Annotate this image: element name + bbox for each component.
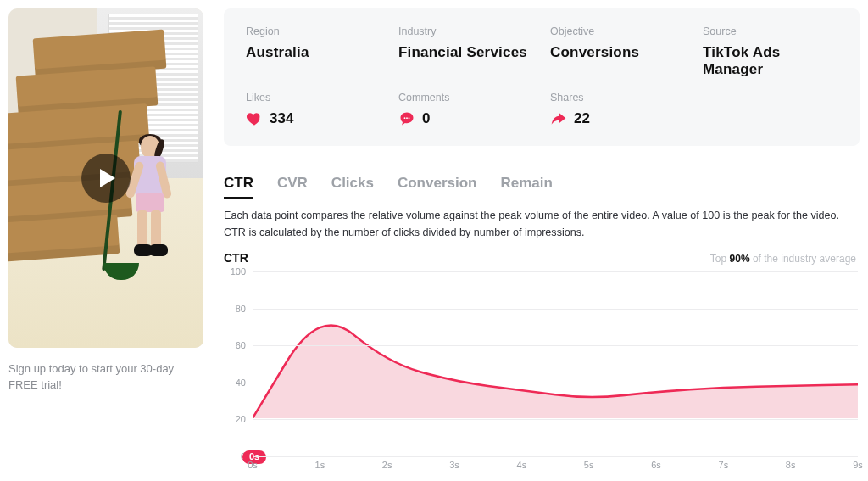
shares-label: Shares bbox=[550, 92, 686, 103]
shares-value: 22 bbox=[574, 110, 590, 127]
tab-cvr[interactable]: CVR bbox=[277, 175, 308, 199]
x-tick: 2s bbox=[382, 460, 392, 470]
svg-point-2 bbox=[409, 117, 410, 119]
chart-title: CTR bbox=[224, 251, 248, 265]
x-tick: 5s bbox=[584, 460, 594, 470]
chart-area bbox=[253, 325, 858, 418]
play-icon bbox=[98, 168, 117, 188]
tab-remain[interactable]: Remain bbox=[500, 175, 552, 199]
heart-icon bbox=[246, 110, 263, 127]
chart-benchmark-note: Top 90% of the industry average bbox=[710, 253, 856, 265]
info-card: Region Australia Industry Financial Serv… bbox=[224, 8, 860, 146]
x-tick: 0s bbox=[248, 460, 258, 470]
y-tick: 40 bbox=[236, 378, 246, 388]
y-tick: 60 bbox=[236, 340, 246, 350]
source-label: Source bbox=[703, 25, 837, 37]
video-caption: Sign up today to start your 30-day FREE … bbox=[8, 361, 203, 394]
comment-icon bbox=[398, 110, 415, 127]
x-tick: 4s bbox=[517, 460, 527, 470]
objective-label: Objective bbox=[550, 25, 686, 37]
likes-value: 334 bbox=[270, 110, 293, 127]
play-button[interactable] bbox=[81, 154, 131, 203]
x-tick: 1s bbox=[315, 460, 326, 470]
chart-description: Each data point compares the relative vo… bbox=[224, 208, 851, 241]
tab-conversion[interactable]: Conversion bbox=[398, 175, 477, 199]
metric-tabs: CTR CVR Clicks Conversion Remain bbox=[224, 175, 860, 199]
ctr-chart: 020406080100 0s 0s1s2s3s4s5s6s7s8s9s bbox=[224, 268, 860, 477]
y-tick: 20 bbox=[236, 414, 246, 424]
video-thumbnail[interactable] bbox=[8, 8, 203, 348]
industry-value: Financial Services bbox=[398, 44, 533, 61]
source-value: TikTok Ads Manager bbox=[703, 44, 837, 78]
industry-label: Industry bbox=[398, 25, 533, 37]
region-value: Australia bbox=[246, 44, 381, 61]
x-tick: 6s bbox=[651, 460, 661, 470]
share-icon bbox=[550, 110, 567, 127]
x-tick: 7s bbox=[719, 460, 729, 470]
x-tick: 8s bbox=[786, 460, 796, 470]
region-label: Region bbox=[246, 25, 381, 37]
svg-point-1 bbox=[406, 117, 408, 119]
x-tick: 3s bbox=[449, 460, 459, 470]
tab-ctr[interactable]: CTR bbox=[224, 175, 253, 199]
y-tick: 80 bbox=[236, 304, 246, 314]
tab-clicks[interactable]: Clicks bbox=[331, 175, 374, 199]
comments-value: 0 bbox=[422, 110, 430, 127]
y-tick: 100 bbox=[231, 266, 246, 277]
svg-point-0 bbox=[404, 117, 406, 119]
comments-label: Comments bbox=[398, 92, 533, 103]
x-tick: 9s bbox=[853, 460, 863, 470]
likes-label: Likes bbox=[246, 92, 381, 103]
objective-value: Conversions bbox=[550, 44, 686, 61]
